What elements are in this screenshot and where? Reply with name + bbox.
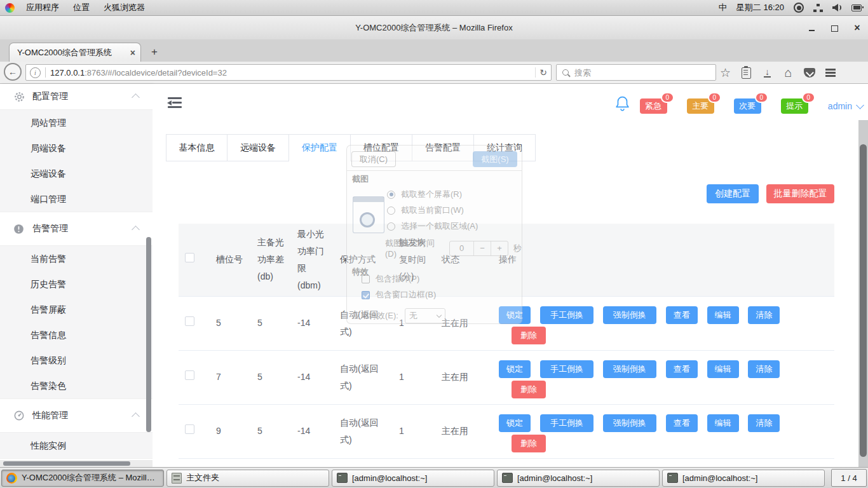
menu-firefox[interactable]: 火狐浏览器 <box>101 2 147 13</box>
task-terminal-1[interactable]: [admin@localhost:~] <box>332 470 494 487</box>
sidebar-item-port-mgmt[interactable]: 端口管理 <box>0 186 153 212</box>
view-button[interactable]: 查看 <box>666 414 698 432</box>
task-terminal-3[interactable]: [admin@localhost:~] <box>662 470 825 487</box>
sidebar-item-remote-device[interactable]: 远端设备 <box>0 161 153 186</box>
sidebar-vertical-scrollbar[interactable] <box>146 237 151 432</box>
delete-button[interactable]: 删除 <box>512 381 546 398</box>
new-tab-button[interactable] <box>146 44 163 60</box>
sidebar-item-station-mgmt[interactable]: 局站管理 <box>0 110 153 135</box>
view-button[interactable]: 查看 <box>666 306 698 324</box>
edit-button[interactable]: 编辑 <box>707 360 739 378</box>
clock[interactable]: 星期二 16:20 <box>736 2 784 13</box>
browser-tab[interactable]: Y-OMC2000综合管理系统 <box>9 43 141 62</box>
row-checkbox[interactable] <box>185 424 194 434</box>
col-slot: 槽位号 <box>210 224 251 296</box>
create-config-button[interactable]: 创建配置 <box>707 184 759 203</box>
bookmarks-menu-icon[interactable] <box>740 66 753 79</box>
task-file-manager[interactable]: 主文件夹 <box>166 470 329 487</box>
applications-menu-icon[interactable] <box>5 3 15 13</box>
bookmark-star-icon[interactable] <box>719 66 732 79</box>
minimize-button[interactable] <box>807 24 816 32</box>
alarm-badge-major[interactable]: 主要 0 <box>687 98 714 114</box>
batch-delete-config-button[interactable]: 批量删除配置 <box>766 184 834 203</box>
browser-viewport: 配置管理 局站管理 局端设备 远端设备 端口管理 告警管理 当前告警 历史告警 … <box>0 84 868 467</box>
task-firefox[interactable]: Y-OMC2000综合管理系统 – Mozill… <box>1 470 164 487</box>
url-bar[interactable]: 127.0.0.1 :8763/#/localdevice/detail?dev… <box>25 64 552 81</box>
select-all-checkbox[interactable] <box>185 253 194 262</box>
tab-basic-info[interactable]: 基本信息 <box>166 134 227 161</box>
network-tray-icon[interactable] <box>813 4 823 12</box>
clear-button[interactable]: 清除 <box>748 306 780 324</box>
tab-close-icon[interactable] <box>126 48 135 58</box>
force-switch-button[interactable]: 强制倒换 <box>603 414 656 432</box>
page-scrollbar[interactable] <box>858 120 868 467</box>
input-method-indicator[interactable]: 中 <box>719 2 727 13</box>
force-switch-button[interactable]: 强制倒换 <box>603 306 656 324</box>
sidebar-group-config[interactable]: 配置管理 <box>0 84 153 110</box>
user-menu[interactable]: admin <box>828 101 863 111</box>
lock-button[interactable]: 锁定 <box>499 414 531 432</box>
pocket-icon[interactable] <box>803 66 816 79</box>
workspace-switcher[interactable]: 1 / 4 <box>831 469 867 487</box>
screenshot-tray-icon[interactable] <box>794 3 804 13</box>
tab-alarm-config[interactable]: 告警配置 <box>412 134 474 161</box>
notification-bell-icon[interactable] <box>614 95 631 116</box>
sidebar-item-alarm-level[interactable]: 告警级别 <box>0 348 153 373</box>
clear-button[interactable]: 清除 <box>748 414 780 432</box>
page-scrollbar-thumb[interactable] <box>860 144 867 457</box>
sidebar-collapse-icon[interactable] <box>168 97 182 108</box>
menu-places[interactable]: 位置 <box>71 2 92 13</box>
sidebar-item-current-alarm[interactable]: 当前告警 <box>0 246 153 271</box>
reload-icon[interactable] <box>535 67 547 78</box>
maximize-button[interactable] <box>830 24 839 32</box>
cell-slot: 9 <box>210 404 251 458</box>
menu-applications[interactable]: 应用程序 <box>24 2 62 13</box>
chevron-up-icon <box>132 226 140 234</box>
col-power-diff: 主备光功率差(db) <box>251 224 291 296</box>
volume-tray-icon[interactable] <box>832 4 842 11</box>
alarm-badge-hint[interactable]: 提示 0 <box>781 98 808 114</box>
search-box[interactable] <box>556 64 716 81</box>
alarm-badge-minor[interactable]: 次要 0 <box>734 98 761 114</box>
table-header-row: 槽位号 主备光功率差(db) 最小光功率门限(dbm) 保护方式 触发恢复时间(… <box>179 224 834 296</box>
alarm-icon <box>13 224 26 234</box>
tab-protection-config[interactable]: 保护配置 <box>289 134 351 161</box>
tab-statistics-query[interactable]: 统计查询 <box>474 134 536 161</box>
table-row: 7 5 -14 自动(返回式) 1 主在用 锁定 手工倒换 强制倒换 查看 <box>179 350 834 404</box>
sidebar-item-local-device[interactable]: 局端设备 <box>0 135 153 161</box>
manual-switch-button[interactable]: 手工倒换 <box>540 414 593 432</box>
alarm-badge-critical[interactable]: 紧急 0 <box>640 98 667 114</box>
sidebar-item-history-alarm[interactable]: 历史告警 <box>0 271 153 297</box>
tab-remote-device[interactable]: 远端设备 <box>227 134 289 161</box>
row-checkbox[interactable] <box>185 370 194 380</box>
lock-button[interactable]: 锁定 <box>499 306 531 324</box>
sidebar-group-performance[interactable]: 性能管理 <box>0 399 153 433</box>
delete-button[interactable]: 删除 <box>512 327 546 344</box>
task-terminal-2[interactable]: [admin@localhost:~] <box>497 470 660 487</box>
sidebar-item-alarm-info[interactable]: 告警信息 <box>0 322 153 348</box>
row-checkbox[interactable] <box>185 316 194 326</box>
sidebar-item-perf-instance[interactable]: 性能实例 <box>0 433 153 458</box>
site-info-icon[interactable] <box>30 67 41 78</box>
back-button[interactable] <box>4 63 22 81</box>
menu-hamburger-icon[interactable] <box>824 66 837 79</box>
lock-button[interactable]: 锁定 <box>499 360 531 378</box>
battery-tray-icon[interactable] <box>851 4 862 11</box>
search-input[interactable] <box>573 67 715 78</box>
sidebar-item-alarm-mask[interactable]: 告警屏蔽 <box>0 297 153 322</box>
close-button[interactable] <box>853 24 862 32</box>
sidebar-item-alarm-color[interactable]: 告警染色 <box>0 373 153 398</box>
home-icon[interactable] <box>782 66 795 79</box>
edit-button[interactable]: 编辑 <box>707 306 739 324</box>
manual-switch-button[interactable]: 手工倒换 <box>540 306 593 324</box>
view-button[interactable]: 查看 <box>666 360 698 378</box>
sidebar-group-alarm[interactable]: 告警管理 <box>0 212 153 246</box>
clear-button[interactable]: 清除 <box>748 360 780 378</box>
delete-button[interactable]: 删除 <box>512 435 546 452</box>
sidebar-horizontal-scrollbar[interactable] <box>0 460 153 467</box>
downloads-icon[interactable] <box>761 66 774 79</box>
tab-slot-config[interactable]: 槽位配置 <box>351 134 412 161</box>
force-switch-button[interactable]: 强制倒换 <box>603 360 656 378</box>
manual-switch-button[interactable]: 手工倒换 <box>540 360 593 378</box>
edit-button[interactable]: 编辑 <box>707 414 739 432</box>
